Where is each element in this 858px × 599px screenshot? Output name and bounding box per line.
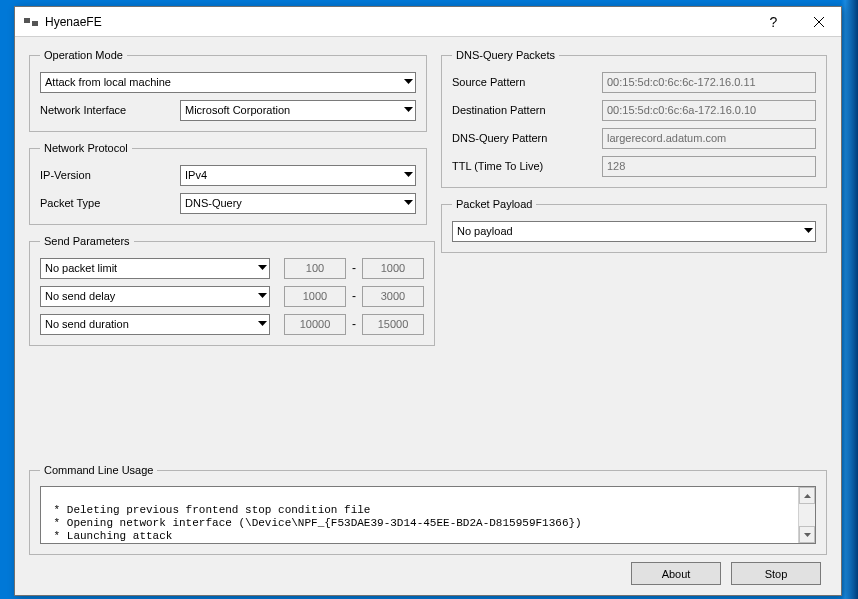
packet-limit-combo[interactable]: No packet limit [40, 258, 270, 279]
chevron-up-icon [804, 494, 811, 498]
source-pattern-field[interactable]: 00:15:5d:c0:6c:6c-172.16.0.11 [602, 72, 816, 93]
chevron-down-icon [404, 107, 413, 113]
svg-marker-9 [258, 293, 267, 298]
ip-version-value: IPv4 [185, 169, 207, 181]
close-icon [813, 16, 825, 28]
payload-combo[interactable]: No payload [452, 221, 816, 242]
network-interface-label: Network Interface [40, 104, 180, 116]
dns-query-pattern-field[interactable]: largerecord.adatum.com [602, 128, 816, 149]
svg-marker-12 [804, 494, 811, 498]
scrollbar[interactable] [798, 487, 815, 543]
chevron-down-icon [258, 265, 267, 271]
chevron-down-icon [404, 200, 413, 206]
console-output[interactable]: * Deleting previous frontend stop condit… [40, 486, 816, 544]
send-delay-combo[interactable]: No send delay [40, 286, 270, 307]
packet-type-value: DNS-Query [185, 197, 242, 209]
console-line: * Deleting previous frontend stop condit… [47, 504, 370, 516]
close-button[interactable] [796, 7, 841, 37]
chevron-down-icon [258, 293, 267, 299]
attack-mode-value: Attack from local machine [45, 76, 171, 88]
dash: - [352, 289, 356, 303]
ip-version-label: IP-Version [40, 169, 180, 181]
stop-button[interactable]: Stop [731, 562, 821, 585]
send-delay-to[interactable]: 3000 [362, 286, 424, 307]
send-duration-value: No send duration [45, 318, 129, 330]
svg-marker-6 [404, 172, 413, 177]
network-interface-combo[interactable]: Microsoft Corporation [180, 100, 416, 121]
chevron-down-icon [404, 172, 413, 178]
packet-limit-value: No packet limit [45, 262, 117, 274]
chevron-down-icon [804, 228, 813, 234]
packet-limit-to[interactable]: 1000 [362, 258, 424, 279]
ip-version-combo[interactable]: IPv4 [180, 165, 416, 186]
window-title: HyenaeFE [45, 15, 751, 29]
about-button-label: About [662, 568, 691, 580]
svg-marker-8 [258, 265, 267, 270]
send-duration-to[interactable]: 15000 [362, 314, 424, 335]
payload-value: No payload [457, 225, 513, 237]
command-line-usage-group: Command Line Usage * Deleting previous f… [29, 464, 827, 555]
operation-mode-group: Operation Mode Attack from local machine… [29, 49, 427, 132]
app-icon [23, 14, 39, 30]
dns-query-pattern-label: DNS-Query Pattern [452, 132, 602, 144]
destination-pattern-label: Destination Pattern [452, 104, 602, 116]
dash: - [352, 261, 356, 275]
send-parameters-legend: Send Parameters [40, 235, 134, 247]
command-line-usage-legend: Command Line Usage [40, 464, 157, 476]
packet-type-label: Packet Type [40, 197, 180, 209]
network-interface-value: Microsoft Corporation [185, 104, 290, 116]
network-protocol-legend: Network Protocol [40, 142, 132, 154]
send-delay-value: No send delay [45, 290, 115, 302]
chevron-down-icon [258, 321, 267, 327]
content-area: Operation Mode Attack from local machine… [15, 37, 841, 595]
packet-payload-group: Packet Payload No payload [441, 198, 827, 253]
attack-mode-combo[interactable]: Attack from local machine [40, 72, 416, 93]
send-parameters-group: Send Parameters No packet limit 100 - 10… [29, 235, 435, 346]
send-duration-from[interactable]: 10000 [284, 314, 346, 335]
help-icon: ? [770, 14, 778, 30]
svg-marker-7 [404, 200, 413, 205]
about-button[interactable]: About [631, 562, 721, 585]
svg-rect-0 [24, 18, 30, 23]
scroll-up-button[interactable] [799, 487, 815, 504]
ttl-label: TTL (Time To Live) [452, 160, 602, 172]
packet-payload-legend: Packet Payload [452, 198, 536, 210]
console-line: Running... [47, 543, 133, 544]
scroll-down-button[interactable] [799, 526, 815, 543]
titlebar: HyenaeFE ? [15, 7, 841, 37]
svg-marker-11 [804, 228, 813, 233]
chevron-down-icon [404, 79, 413, 85]
svg-marker-13 [804, 533, 811, 537]
svg-rect-1 [32, 21, 38, 26]
dash: - [352, 317, 356, 331]
network-protocol-group: Network Protocol IP-Version IPv4 Packet … [29, 142, 427, 225]
destination-pattern-field[interactable]: 00:15:5d:c0:6c:6a-172.16.0.10 [602, 100, 816, 121]
chevron-down-icon [804, 533, 811, 537]
dns-query-packets-legend: DNS-Query Packets [452, 49, 559, 61]
send-delay-from[interactable]: 1000 [284, 286, 346, 307]
svg-marker-10 [258, 321, 267, 326]
console-line: * Opening network interface (\Device\NPF… [47, 517, 582, 529]
dns-query-packets-group: DNS-Query Packets Source Pattern 00:15:5… [441, 49, 827, 188]
stop-button-label: Stop [765, 568, 788, 580]
packet-type-combo[interactable]: DNS-Query [180, 193, 416, 214]
button-bar: About Stop [631, 562, 821, 585]
source-pattern-label: Source Pattern [452, 76, 602, 88]
svg-marker-5 [404, 107, 413, 112]
svg-marker-4 [404, 79, 413, 84]
packet-limit-from[interactable]: 100 [284, 258, 346, 279]
app-window: HyenaeFE ? Operation Mode Attack from lo… [14, 6, 842, 596]
send-duration-combo[interactable]: No send duration [40, 314, 270, 335]
ttl-field[interactable]: 128 [602, 156, 816, 177]
operation-mode-legend: Operation Mode [40, 49, 127, 61]
console-line: * Launching attack [47, 530, 172, 542]
help-button[interactable]: ? [751, 7, 796, 37]
